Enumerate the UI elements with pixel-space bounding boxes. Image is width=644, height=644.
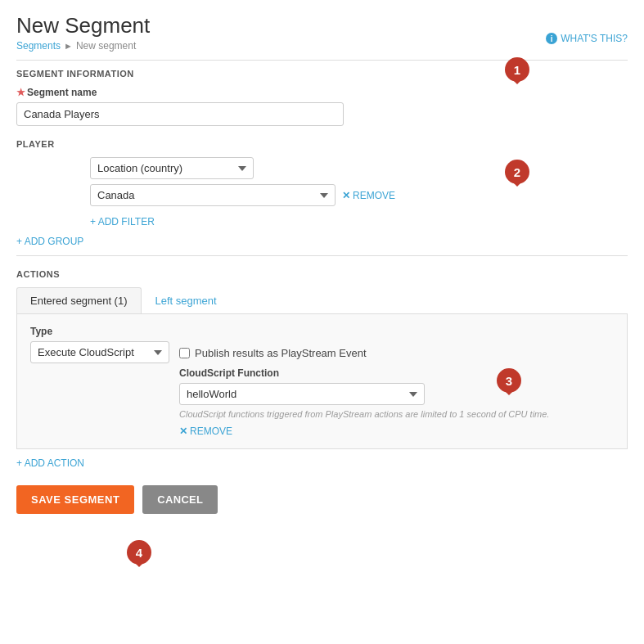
publish-column: Publish results as PlayStream Event Clou…	[179, 342, 549, 437]
segment-name-input[interactable]	[16, 102, 344, 126]
location-filter-row: Location (country) Location (city) Playe…	[90, 157, 628, 179]
breadcrumb-parent[interactable]: Segments	[16, 40, 61, 52]
location-dropdown[interactable]: Location (country) Location (city) Playe…	[90, 157, 254, 179]
add-action-link[interactable]: + ADD ACTION	[16, 457, 84, 469]
remove-action-link[interactable]: ✕ REMOVE	[179, 426, 549, 437]
cancel-button[interactable]: CANCEL	[142, 485, 218, 514]
type-column: Type Execute CloudScript Grant item Gran…	[30, 326, 169, 363]
type-label: Type	[30, 326, 169, 337]
header-divider	[16, 60, 628, 61]
segment-info-title: SEGMENT INFORMATION	[16, 69, 628, 79]
action-remove-x-icon: ✕	[179, 426, 187, 437]
actions-panel: Type Execute CloudScript Grant item Gran…	[16, 314, 628, 449]
cloudscript-section: CloudScript Function helloWorld anotherF…	[179, 367, 549, 437]
tooltip-4: 4	[127, 540, 151, 565]
actions-divider	[16, 255, 628, 256]
tab-entered-segment[interactable]: Entered segment (1)	[16, 287, 142, 313]
segment-information-section: SEGMENT INFORMATION ★ Segment name	[16, 69, 628, 126]
type-dropdown[interactable]: Execute CloudScript Grant item Grant vir…	[30, 341, 169, 363]
remove-country-link[interactable]: ✕ REMOVE	[342, 190, 395, 201]
publish-checkbox-row: Publish results as PlayStream Event	[179, 347, 549, 359]
info-icon: i	[546, 33, 557, 44]
cloudscript-dropdown[interactable]: helloWorld anotherFunction	[179, 383, 425, 405]
segment-name-label: ★ Segment name	[16, 87, 628, 98]
page-title: New Segment	[16, 13, 628, 38]
country-filter-row: Canada United States United Kingdom Aust…	[90, 184, 628, 206]
player-section: PLAYER Location (country) Location (city…	[16, 139, 628, 247]
breadcrumb: Segments ► New segment	[16, 40, 628, 52]
type-row: Type Execute CloudScript Grant item Gran…	[30, 326, 614, 437]
breadcrumb-arrow: ►	[64, 41, 73, 51]
whats-this-link[interactable]: i WHAT'S THIS?	[546, 33, 628, 44]
save-segment-button[interactable]: SAVE SEGMENT	[16, 485, 134, 514]
cpu-note: CloudScript functions triggered from Pla…	[179, 409, 549, 419]
publish-checkbox[interactable]	[179, 348, 190, 358]
add-filter-link[interactable]: + ADD FILTER	[90, 216, 155, 227]
actions-tabs: Entered segment (1) Left segment	[16, 287, 628, 314]
actions-section: ACTIONS Entered segment (1) Left segment…	[16, 269, 628, 469]
remove-x-icon: ✕	[342, 190, 350, 201]
tooltip-1: 1	[505, 57, 529, 82]
tooltip-2: 2	[505, 160, 529, 184]
player-title: PLAYER	[16, 139, 628, 149]
publish-label: Publish results as PlayStream Event	[195, 347, 367, 359]
cloudscript-label: CloudScript Function	[179, 367, 549, 379]
footer-buttons: SAVE SEGMENT CANCEL	[16, 485, 628, 514]
add-group-link[interactable]: + ADD GROUP	[16, 236, 83, 247]
tab-left-segment[interactable]: Left segment	[142, 287, 231, 313]
tooltip-3: 3	[497, 368, 521, 393]
actions-title: ACTIONS	[16, 269, 628, 279]
required-star: ★	[16, 87, 25, 98]
country-dropdown[interactable]: Canada United States United Kingdom Aust…	[90, 184, 336, 206]
breadcrumb-current: New segment	[76, 40, 136, 52]
